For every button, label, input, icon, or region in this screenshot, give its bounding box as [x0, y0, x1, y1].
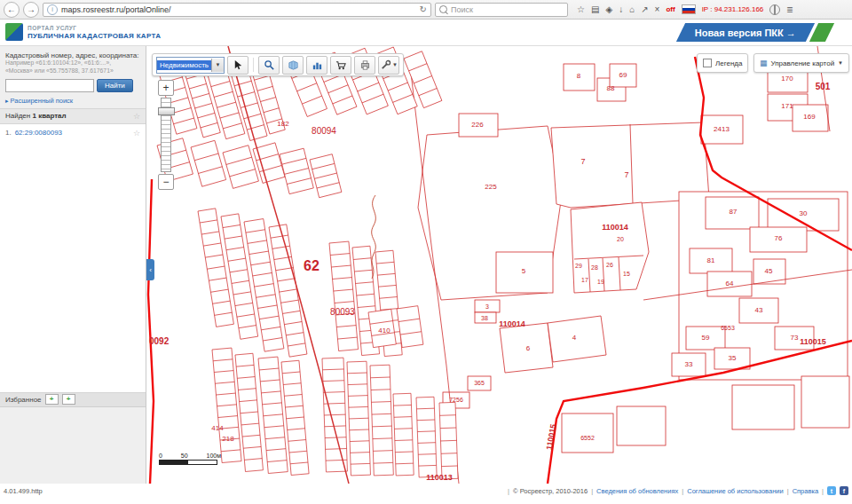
print-tool-button[interactable]	[354, 56, 375, 75]
shield-icon[interactable]: ◈	[605, 4, 612, 14]
url-bar[interactable]: i maps.rosreestr.ru/portalOnline/ ↻	[43, 3, 431, 17]
svg-text:225: 225	[485, 183, 497, 191]
close-icon[interactable]: ×	[655, 4, 660, 14]
results-header: Найден 1 квартал ☆	[0, 108, 146, 124]
search-hint-1: Например «61:6:10104:12», «61:6:...»,	[5, 59, 140, 67]
svg-text:2413: 2413	[714, 125, 730, 133]
sidebar-collapse-tab[interactable]: ‹	[146, 259, 154, 280]
bookmark-star-icon[interactable]: ☆	[577, 4, 585, 14]
find-button[interactable]: Найти	[97, 79, 133, 92]
identify-tool-button[interactable]	[227, 56, 248, 75]
help-link[interactable]: Справка	[793, 487, 818, 495]
chart-tool-button[interactable]	[306, 56, 327, 75]
svg-text:365: 365	[474, 380, 485, 386]
svg-text:45: 45	[765, 267, 773, 275]
svg-text:501: 501	[816, 82, 831, 91]
legend-label: Легенда	[715, 59, 742, 67]
updates-link[interactable]: Сведения об обновлениях	[596, 487, 678, 495]
svg-text:7256: 7256	[449, 397, 463, 403]
result-item[interactable]: 1. 62:29:0080093 ☆	[5, 129, 140, 138]
page: ← → i maps.rosreestr.ru/portalOnline/ ↻ …	[0, 0, 852, 504]
svg-text:38: 38	[481, 315, 488, 321]
cadastral-number-link[interactable]: 62:29:0080093	[15, 129, 62, 137]
download-icon[interactable]: ↓	[619, 4, 623, 14]
svg-text:80093: 80093	[330, 307, 355, 317]
svg-text:28: 28	[591, 264, 598, 271]
star-icon[interactable]: ☆	[133, 129, 140, 138]
twitter-icon[interactable]: t	[827, 486, 836, 495]
map-region: 6280094800930092110014110014110015110015…	[146, 46, 852, 484]
svg-text:6553: 6553	[721, 325, 735, 331]
svg-text:33: 33	[685, 360, 693, 368]
chevron-down-icon: ▼	[838, 60, 843, 66]
portal-logo[interactable]: ПОРТАЛ УСЛУГ ПУБЛИЧНАЯ КАДАСТРОВАЯ КАРТА	[5, 23, 161, 41]
share-icon[interactable]: ↗	[641, 4, 648, 14]
svg-text:88: 88	[607, 84, 615, 92]
map-control-menu[interactable]: ▦ Управление картой ▼	[753, 53, 849, 73]
svg-text:17: 17	[581, 277, 588, 283]
reload-icon[interactable]: ↻	[420, 4, 427, 14]
site-info-icon[interactable]: i	[47, 4, 58, 15]
url-text[interactable]: maps.rosreestr.ru/portalOnline/	[61, 5, 416, 14]
zoom-slider-handle[interactable]	[158, 107, 175, 115]
svg-text:26: 26	[606, 262, 613, 268]
stream-line	[372, 195, 376, 279]
legend-toggle[interactable]: Легенда	[697, 53, 748, 73]
back-button[interactable]: ←	[4, 2, 20, 18]
svg-text:110014: 110014	[499, 319, 525, 328]
cart-tool-button[interactable]	[330, 56, 351, 75]
add-favorite-group-icon[interactable]: +	[62, 394, 75, 405]
cart-icon	[335, 59, 347, 71]
advanced-search-link[interactable]: ▸Расширенный поиск	[5, 97, 140, 105]
zoom-out-button[interactable]: −	[158, 174, 174, 190]
zoom-area-button[interactable]	[258, 56, 280, 75]
terms-link[interactable]: Соглашение об использовании	[687, 487, 783, 495]
search-label: Кадастровый номер, адрес, координата:	[5, 51, 140, 59]
svg-text:76: 76	[775, 234, 783, 242]
layers-tool-button[interactable]	[282, 56, 304, 75]
svg-text:7: 7	[624, 170, 628, 179]
rosreestr-logo-icon	[5, 23, 23, 41]
svg-text:62: 62	[304, 258, 320, 273]
new-version-banner[interactable]: Новая версия ПКК →	[681, 23, 830, 42]
favorites-bar[interactable]: Избранное + +	[0, 393, 146, 407]
globe-icon[interactable]	[769, 4, 780, 15]
chevron-down-icon[interactable]: ▼	[211, 59, 224, 72]
cadastral-map[interactable]: 6280094800930092110014110014110015110015…	[146, 46, 852, 484]
menu-icon[interactable]: ≡	[786, 4, 793, 16]
svg-text:110015: 110015	[545, 423, 558, 451]
add-favorite-icon[interactable]: +	[45, 394, 59, 405]
result-index: 1.	[5, 129, 12, 137]
svg-text:69: 69	[619, 71, 627, 79]
star-icon[interactable]: ☆	[133, 112, 140, 121]
sidebar: Кадастровый номер, адрес, координата: На…	[0, 46, 146, 484]
footer: 4.01.499.http | © Росреестр, 2010-2016 |…	[0, 484, 852, 504]
svg-text:182: 182	[277, 120, 289, 128]
search-hint-2: «Москва» или «55.755788, 37.617671»	[5, 67, 140, 75]
facebook-icon[interactable]: f	[840, 486, 848, 495]
wrench-icon	[380, 59, 391, 71]
search-placeholder: Поиск	[451, 5, 473, 14]
browser-toolbar: ← → i maps.rosreestr.ru/portalOnline/ ↻ …	[0, 0, 852, 20]
svg-text:8: 8	[577, 72, 581, 80]
zoom-in-button[interactable]: +	[158, 80, 174, 96]
forward-button[interactable]: →	[23, 2, 39, 18]
svg-text:20: 20	[617, 236, 624, 242]
legend-checkbox[interactable]	[703, 59, 712, 67]
app-title: ПУБЛИЧНАЯ КАДАСТРОВАЯ КАРТА	[28, 32, 161, 40]
svg-text:43: 43	[755, 306, 763, 314]
tools-menu-button[interactable]: ▼	[378, 56, 399, 75]
svg-text:29: 29	[575, 263, 582, 269]
zoom-slider[interactable]	[161, 98, 171, 172]
favorites-label: Избранное	[5, 396, 42, 404]
browser-search-input[interactable]: Поиск	[435, 3, 568, 17]
layer-select-value: Недвижимость	[157, 60, 211, 70]
layer-type-select[interactable]: Недвижимость ▼	[156, 57, 225, 74]
reading-list-icon[interactable]: ▤	[591, 4, 599, 14]
off-label: off	[666, 5, 674, 13]
home-icon[interactable]: ⌂	[629, 4, 635, 14]
advanced-marker-icon: ▸	[5, 98, 9, 104]
map-toolbar: Недвижимость ▼ ▼	[152, 53, 404, 76]
svg-text:0092: 0092	[149, 336, 170, 346]
cadastral-search-input[interactable]	[5, 79, 94, 92]
